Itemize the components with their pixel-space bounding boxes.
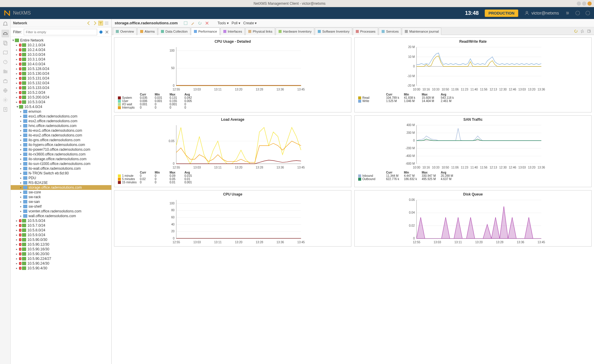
tree-item[interactable]: ▸110.4.0.0/24: [11, 62, 111, 66]
business-perspective[interactable]: [1, 77, 9, 85]
tree-item[interactable]: ▸ilo-sun-t1000.office.radensolutions.com: [11, 161, 111, 166]
tree-item[interactable]: ▸110.2.4.0/24: [11, 47, 111, 52]
tab-alarms[interactable]: Alarms: [137, 28, 157, 35]
object-tree[interactable]: ▼Entire Network▸110.2.1.0/24▸110.2.4.0/2…: [11, 37, 111, 364]
tree-item[interactable]: ▸ilo-hyperv.office.radensolutions.com: [11, 142, 111, 147]
edit-icon[interactable]: [191, 21, 195, 25]
tree-item[interactable]: ▸110.5.200.0/24: [11, 95, 111, 100]
user-area[interactable]: victor@netxms: [524, 10, 559, 16]
tab-maintenance-journal[interactable]: Maintenance journal: [402, 28, 441, 35]
tree-item[interactable]: ▸110.5.5.0/24: [11, 218, 111, 223]
tree-item[interactable]: ▸ilo-esx1.office.radensolutions.com: [11, 128, 111, 133]
tree-item[interactable]: ▼Entire Network: [11, 38, 111, 43]
tree-item[interactable]: ▸110.5.131.0/24: [11, 76, 111, 81]
tab-software-inventory[interactable]: Software Inventory: [315, 28, 352, 35]
maps-perspective[interactable]: [1, 49, 9, 56]
tree-item[interactable]: ▸ilo-storage.office.radensolutions.com: [11, 157, 111, 161]
tree-item[interactable]: ▸ilo-rx3600.office.radensolutions.com: [11, 152, 111, 157]
filter-clear-icon[interactable]: [105, 30, 109, 34]
tree-item[interactable]: ▸110.5.3.0/24: [11, 100, 111, 104]
tree-item[interactable]: ▸N-TRON Switch eb:6d:80: [11, 171, 111, 176]
minimize-button[interactable]: [577, 1, 581, 6]
help-icon[interactable]: ?: [575, 10, 580, 16]
tree-item[interactable]: ▸wall.office.radensolutions.com: [11, 214, 111, 218]
tree-item[interactable]: ▸110.3.1.0/24: [11, 57, 111, 62]
tree-item[interactable]: ▸sw-shelf: [11, 204, 111, 209]
delete-icon[interactable]: [205, 21, 209, 25]
tab-interfaces[interactable]: Interfaces: [220, 28, 245, 35]
back-icon[interactable]: [86, 21, 91, 26]
tree-item[interactable]: ▸esx1.office.radensolutions.com: [11, 114, 111, 119]
templates-perspective[interactable]: [1, 39, 9, 47]
tree-item[interactable]: ▸RS-B2A15E: [11, 180, 111, 185]
poll-menu[interactable]: Poll ▾: [232, 21, 240, 25]
tree-item[interactable]: ▸110.5.90.20/30: [11, 252, 111, 256]
svg-text:10:00: 10:00: [413, 166, 420, 169]
tree-item[interactable]: ▼10.5.4.0/24: [11, 104, 111, 109]
tree-item[interactable]: ▸110.5.133.0/24: [11, 85, 111, 90]
tree-item[interactable]: ▸110.5.132.0/24: [11, 81, 111, 85]
tree-item[interactable]: ▸sw-rack: [11, 195, 111, 199]
tab-services[interactable]: Services: [379, 28, 401, 35]
tree-item[interactable]: ▸sw-core: [11, 190, 111, 195]
tree-item[interactable]: ▸vcenter.office.radensolutions.com: [11, 209, 111, 214]
config-perspective[interactable]: [1, 96, 9, 104]
tree-item[interactable]: ▸110.5.90.12/30: [11, 242, 111, 247]
tree-item[interactable]: ▸110.5.90.0/30: [11, 237, 111, 242]
tree-item[interactable]: ▸PDU: [11, 176, 111, 180]
filter-icon[interactable]: [98, 21, 103, 26]
tree-item[interactable]: ▸sw-san: [11, 199, 111, 204]
menu-icon[interactable]: [104, 21, 109, 26]
tree-item[interactable]: ▸110.5.90.24/30: [11, 261, 111, 266]
filter-input[interactable]: [24, 29, 97, 35]
tree-item[interactable]: ▸110.5.8.0/24: [11, 228, 111, 233]
tab-performance[interactable]: Performance: [191, 28, 220, 35]
alarms-perspective[interactable]: [1, 20, 9, 28]
maximize-button[interactable]: [582, 1, 586, 6]
tree-item[interactable]: ▸110.5.90.224/27: [11, 256, 111, 261]
tab-data-collection[interactable]: Data Collection: [158, 28, 190, 35]
tree-item[interactable]: ▸110.3.0.0/24: [11, 52, 111, 57]
tree-item[interactable]: ▸ilo-gns.office.radensolutions.com: [11, 138, 111, 142]
svg-text:12:46: 12:46: [509, 166, 516, 169]
dashboard-perspective[interactable]: [1, 58, 9, 66]
create-menu[interactable]: Create ▾: [243, 21, 257, 25]
tree-item[interactable]: ▸110.5.9.0/24: [11, 233, 111, 237]
tree-item[interactable]: ▸110.5.128.0/24: [11, 66, 111, 71]
network-perspective[interactable]: [1, 30, 9, 37]
settings-icon[interactable]: [565, 10, 570, 16]
tree-item[interactable]: ▸110.5.7.0/24: [11, 223, 111, 228]
tree-item[interactable]: ▸esx2.office.radensolutions.com: [11, 119, 111, 123]
info-icon[interactable]: i: [585, 10, 590, 16]
tree-item[interactable]: ▸ilo-power710.office.radensolutions.com: [11, 147, 111, 152]
tab-overview[interactable]: Overview: [113, 28, 137, 35]
tab-physical-links[interactable]: Physical links: [245, 28, 275, 35]
svg-text:10:16: 10:16: [422, 88, 430, 91]
tree-item[interactable]: ▸ilo-esx2.office.radensolutions.com: [11, 133, 111, 138]
tree-item[interactable]: ▸envmon: [11, 109, 111, 114]
svg-rect-9: [4, 42, 7, 45]
tree-item[interactable]: ▸110.2.1.0/24: [11, 43, 111, 47]
forward-icon[interactable]: [92, 21, 97, 26]
tab-refresh-icon[interactable]: [574, 29, 578, 33]
tree-item[interactable]: ▸110.5.90.16/30: [11, 247, 111, 252]
refresh-icon[interactable]: [198, 21, 202, 25]
app-name: NetXMS: [13, 10, 31, 16]
tree-item[interactable]: ▸storage.office.radensolutions.com: [11, 185, 111, 190]
world-perspective[interactable]: [1, 87, 9, 94]
tree-item[interactable]: ▸110.5.130.0/24: [11, 71, 111, 76]
popout-icon[interactable]: [587, 29, 591, 33]
tree-item[interactable]: ▸hmc.office.radensolutions.com: [11, 123, 111, 128]
tab-hardware-inventory[interactable]: Hardware Inventory: [276, 28, 314, 35]
pin-icon[interactable]: [580, 29, 584, 33]
tree-item[interactable]: ▸110.5.2.0/24: [11, 90, 111, 95]
tree-item[interactable]: ▸ilo-wall.office.radensolutions.com: [11, 166, 111, 171]
tree-item[interactable]: ▸110.5.90.4/30: [11, 266, 111, 271]
properties-icon[interactable]: [184, 21, 188, 25]
tools-menu[interactable]: Tools ▾: [217, 21, 228, 25]
filter-info-icon[interactable]: i: [99, 30, 103, 34]
reports-perspective[interactable]: [1, 68, 9, 75]
tab-processes[interactable]: Processes: [353, 28, 378, 35]
close-button[interactable]: [587, 1, 592, 6]
export-perspective[interactable]: [1, 106, 9, 113]
